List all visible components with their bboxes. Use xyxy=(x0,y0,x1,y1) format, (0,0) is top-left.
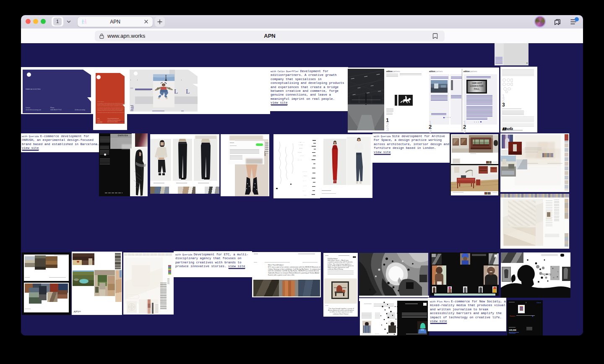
svg-text:q 7 .x: q 7 .x xyxy=(303,191,305,192)
svg-text:f 41 a: f 41 a xyxy=(304,186,307,187)
svg-text:casting@rebecascouting.com: casting@rebecascouting.com xyxy=(107,120,120,121)
svg-text:r 2 .u: r 2 .u xyxy=(300,155,304,156)
svg-text:looking for the spark that mak: looking for the spark that makes someone… xyxy=(97,105,124,106)
svg-text:REBECA SCOUTING: REBECA SCOUTING xyxy=(26,88,41,90)
svg-text:c 0 ..2: c 0 ..2 xyxy=(303,181,306,182)
svg-text:L L: L L xyxy=(174,88,193,95)
svg-text:We specialise in scouting uniq: We specialise in scouting unique faces a… xyxy=(97,103,126,104)
svg-text:t 18 sdf: t 18 sdf xyxy=(299,144,303,146)
svg-text:BCN barcelona casting: BCN barcelona casting xyxy=(107,121,118,122)
svg-text:a.01 kj: a.01 kj xyxy=(298,152,301,153)
svg-text:Rebeca scouting: Rebeca scouting xyxy=(97,101,104,102)
svg-text:b 2 0.1 c: b 2 0.1 c xyxy=(303,172,307,172)
svg-text:everywhere stories need new fa: everywhere stories need new faces and vo… xyxy=(97,110,123,111)
svg-text:Information: Information xyxy=(97,121,103,122)
svg-text:Get in touch to know more abou: Get in touch to know more about our curr… xyxy=(97,112,124,113)
svg-text:© BR 2024: © BR 2024 xyxy=(119,121,125,122)
svg-text:@rebecascouting: @rebecascouting xyxy=(75,109,85,111)
svg-text:Sara: Sara xyxy=(97,118,100,119)
svg-text:x.100 ..4.1: x.100 ..4.1 xyxy=(299,142,305,143)
svg-text:Phone: Phone xyxy=(50,107,54,109)
svg-text:w 9 ..s: w 9 ..s xyxy=(298,159,302,161)
svg-text:z 03 p: z 03 p xyxy=(304,195,306,196)
svg-text:Martin: Martin xyxy=(97,120,100,121)
svg-text:mk 004: mk 004 xyxy=(299,148,303,149)
svg-text:info@rebecascouting.com: info@rebecascouting.com xyxy=(26,109,41,111)
svg-text:Agency.: Agency. xyxy=(542,273,552,276)
svg-text:nn 30 d: nn 30 d xyxy=(304,176,307,177)
svg-text:Contact: Contact xyxy=(26,107,30,109)
svg-text:info@rebecascouting.com: info@rebecascouting.com xyxy=(107,118,119,119)
svg-text:0034 680 87 79 54: 0034 680 87 79 54 xyxy=(50,109,62,111)
